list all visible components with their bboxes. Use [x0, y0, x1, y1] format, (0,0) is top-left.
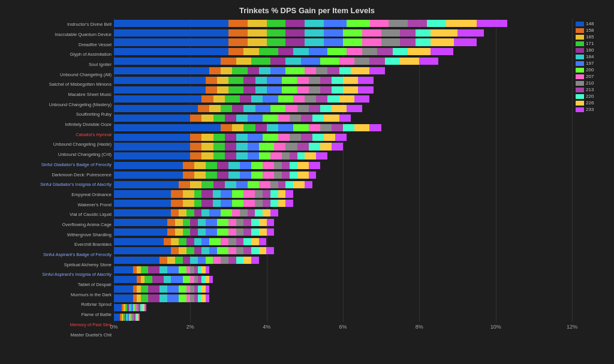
bar-segment — [278, 95, 293, 103]
bar-segment — [263, 95, 278, 103]
bar-segment — [285, 200, 293, 207]
bar-segment — [114, 304, 122, 311]
bar-segment — [232, 105, 243, 112]
bar-segments — [114, 190, 293, 197]
bar-segment — [236, 115, 248, 122]
bar-segment — [251, 228, 259, 236]
bar-segments — [114, 86, 374, 94]
bar-segment — [213, 181, 225, 188]
legend-label: 180 — [586, 47, 594, 53]
bar-segment — [320, 105, 332, 112]
bar-segment — [251, 247, 259, 254]
legend: 1481581651711801841972002072102132202262… — [572, 19, 614, 340]
bar-segment — [343, 77, 358, 84]
bar-segment — [139, 314, 140, 321]
bar-segment — [270, 105, 285, 112]
x-tick: 4% — [263, 324, 270, 330]
bar-segment — [232, 67, 247, 74]
bar-segment — [354, 95, 369, 103]
bar-segment — [290, 134, 301, 141]
bar-segment — [221, 67, 232, 74]
bar-segment — [282, 152, 290, 160]
legend-label: 165 — [586, 34, 594, 40]
bar-row — [114, 161, 572, 170]
x-tick: 6% — [339, 324, 347, 330]
bar-row — [114, 303, 572, 312]
bar-segment — [251, 257, 259, 264]
bar-segment — [297, 86, 309, 94]
bar-segments — [114, 276, 213, 283]
bar-segments — [114, 285, 209, 293]
chart-title: Trinkets % DPS Gain per Item Levels — [0, 6, 614, 15]
bar-segment — [305, 181, 312, 188]
bar-segments — [114, 257, 259, 264]
bar-segment — [255, 105, 270, 112]
bar-segments — [114, 314, 140, 321]
legend-label: 210 — [586, 80, 594, 86]
bar-segment — [320, 77, 332, 84]
legend-swatch — [576, 68, 584, 73]
legend-item: 200 — [576, 67, 614, 73]
bar-segment — [194, 172, 206, 179]
bar-segment — [285, 38, 305, 46]
y-label: Cabalist's Hymnal — [0, 130, 112, 140]
y-label: Tablet of Despair — [0, 280, 112, 290]
bar-segment — [243, 247, 251, 254]
bar-row — [114, 284, 572, 294]
bar-segment — [114, 200, 171, 207]
bar-segment — [221, 257, 228, 264]
bar-segment — [183, 276, 191, 283]
y-label: Satchel of Misbegotten Minions — [0, 80, 112, 90]
bar-segment — [225, 134, 236, 141]
bar-segment — [263, 200, 270, 207]
bar-segment — [339, 115, 351, 122]
bar-segment — [209, 247, 217, 254]
legend-swatch — [576, 81, 584, 86]
bar-segment — [362, 29, 381, 37]
bar-segment — [206, 172, 217, 179]
bar-segment — [217, 247, 228, 254]
legend-label: 171 — [586, 41, 594, 46]
bar-segment — [446, 20, 477, 27]
legend-item: 220 — [576, 94, 614, 99]
chart-body: Instructor's Divine BellInscrutable Quan… — [0, 19, 614, 340]
legend-label: 148 — [586, 21, 594, 26]
bar-segment — [228, 228, 236, 236]
bar-segment — [248, 181, 259, 188]
bar-segment — [206, 294, 209, 302]
bar-segment — [198, 257, 206, 264]
bar-row — [114, 85, 572, 95]
y-label: Glyph of Assimilation — [0, 50, 112, 60]
bar-segments — [114, 67, 385, 74]
legend-item: 148 — [576, 21, 614, 26]
bar-segment — [416, 38, 431, 46]
bar-segment — [324, 38, 343, 46]
bar-segment — [236, 181, 248, 188]
bar-segment — [167, 228, 175, 236]
bar-segment — [293, 124, 308, 131]
bar-segment — [217, 86, 228, 94]
bar-segment — [183, 257, 191, 264]
bar-segment — [267, 86, 282, 94]
bar-segment — [206, 77, 217, 84]
bar-segment — [114, 266, 133, 273]
bar-segment — [209, 238, 221, 245]
legend-label: 213 — [586, 87, 594, 92]
bar-segment — [114, 219, 167, 226]
x-tick: 2% — [186, 324, 194, 330]
bar-segment — [285, 20, 305, 27]
bar-segment — [358, 86, 373, 94]
bar-segment — [217, 162, 228, 169]
y-label: Sinful Gladiator's Badge of Ferocity — [0, 160, 112, 170]
bar-segment — [309, 48, 328, 55]
bar-segment — [309, 124, 320, 131]
bar-segment — [148, 294, 159, 302]
bar-segment — [209, 105, 221, 112]
bar-segment — [255, 77, 267, 84]
bar-segment — [194, 200, 202, 207]
bar-row — [114, 113, 572, 123]
bar-segment — [190, 134, 201, 141]
y-label: Sinful Aspirant's Badge of Ferocity — [0, 250, 112, 260]
bar-segment — [267, 219, 275, 226]
bar-segment — [370, 20, 389, 27]
